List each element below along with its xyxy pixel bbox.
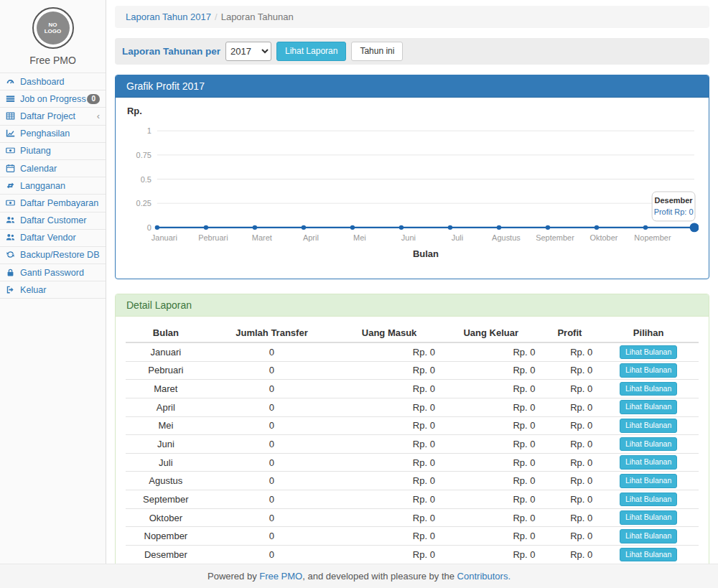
lock-icon: [6, 268, 17, 278]
table-row: Agustus0Rp. 0Rp. 0Rp. 0Lihat Bulanan: [126, 472, 699, 490]
table-row: Nopember0Rp. 0Rp. 0Rp. 0Lihat Bulanan: [126, 527, 699, 546]
view-monthly-button[interactable]: Lihat Bulanan: [620, 437, 677, 452]
chart-panel-title: Grafik Profit 2017: [116, 75, 709, 98]
filter-label: Laporan Tahunan per: [122, 46, 220, 57]
view-monthly-button[interactable]: Lihat Bulanan: [620, 419, 677, 433]
view-monthly-button[interactable]: Lihat Bulanan: [620, 548, 677, 562]
view-report-button[interactable]: Lihat Laporan: [276, 42, 346, 62]
view-monthly-button[interactable]: Lihat Bulanan: [620, 474, 677, 488]
data-point[interactable]: [448, 225, 452, 230]
sidebar: NOLOGO Free PMO DashboardJob on Progress…: [0, 0, 106, 564]
data-point[interactable]: [399, 225, 404, 230]
profit-cell: Rp. 0: [541, 453, 599, 472]
data-point-highlighted[interactable]: [690, 223, 699, 232]
transfer-count-cell: 0: [206, 490, 338, 509]
data-point[interactable]: [595, 225, 599, 230]
transfer-count-cell: 0: [206, 508, 338, 527]
data-point[interactable]: [302, 225, 306, 230]
view-monthly-button[interactable]: Lihat Bulanan: [620, 455, 677, 470]
table-body: Januari0Rp. 0Rp. 0Rp. 0Lihat BulananPebr…: [126, 342, 699, 581]
data-point[interactable]: [253, 225, 257, 230]
sidebar-item-calendar[interactable]: Calendar: [0, 160, 106, 177]
sidebar-item-label: Daftar Pembayaran: [20, 198, 100, 208]
money-in-cell: Rp. 0: [337, 342, 441, 361]
breadcrumb-link[interactable]: Laporan Tahun 2017: [126, 11, 211, 22]
logo-badge-icon: NOLOGO: [32, 7, 74, 49]
this-year-button[interactable]: Tahun ini: [351, 42, 403, 62]
money-out-cell: Rp. 0: [441, 490, 541, 509]
column-header-profit: Profit: [541, 324, 599, 342]
report-table: BulanJumlah TransferUang MasukUang Kelua…: [126, 324, 699, 581]
month-cell: Januari: [126, 342, 206, 361]
year-select[interactable]: 2017: [225, 42, 271, 61]
table-row: Juni0Rp. 0Rp. 0Rp. 0Lihat Bulanan: [126, 435, 699, 454]
profit-cell: Rp. 0: [541, 380, 599, 398]
breadcrumb-separator: /: [215, 11, 218, 22]
sidebar-item-label: Job on Progress: [20, 94, 87, 104]
action-cell: Lihat Bulanan: [598, 490, 699, 509]
money-in-cell: Rp. 0: [337, 361, 441, 380]
sidebar-item-langganan[interactable]: Langganan: [0, 177, 106, 195]
sidebar-item-job-on-progress[interactable]: Job on Progress0: [0, 90, 106, 108]
sidebar-item-dashboard[interactable]: Dashboard: [0, 73, 106, 90]
month-cell: Juni: [126, 435, 206, 454]
x-tick-label: Agustus: [492, 233, 521, 242]
y-tick-label: 1: [147, 126, 151, 135]
sidebar-item-daftar-project[interactable]: Daftar Project‹: [0, 108, 106, 125]
action-cell: Lihat Bulanan: [598, 527, 699, 546]
x-tick-label: Nopember: [634, 233, 671, 242]
transfer-count-cell: 0: [206, 361, 338, 380]
y-axis-title: Rp.: [127, 106, 142, 116]
money-in-cell: Rp. 0: [337, 398, 441, 416]
action-cell: Lihat Bulanan: [598, 546, 699, 564]
sidebar-item-daftar-vendor[interactable]: Daftar Vendor: [0, 230, 106, 247]
transfer-count-cell: 0: [206, 435, 338, 454]
x-tick-label: April: [303, 233, 319, 242]
data-point[interactable]: [350, 225, 355, 230]
view-monthly-button[interactable]: Lihat Bulanan: [620, 345, 677, 360]
sidebar-item-ganti-password[interactable]: Ganti Password: [0, 264, 106, 281]
view-monthly-button[interactable]: Lihat Bulanan: [620, 529, 677, 543]
sidebar-item-backup-restore-db[interactable]: Backup/Restore DB: [0, 247, 106, 264]
table-row: September0Rp. 0Rp. 0Rp. 0Lihat Bulanan: [126, 490, 699, 509]
profit-cell: Rp. 0: [541, 435, 599, 454]
money-in-cell: Rp. 0: [337, 546, 441, 564]
money-out-cell: Rp. 0: [441, 416, 541, 435]
transfer-count-cell: 0: [206, 453, 338, 472]
chart-canvas: Rp.10.750.50.250JanuariPebruariMaretApri…: [126, 105, 699, 271]
table-row: Mei0Rp. 0Rp. 0Rp. 0Lihat Bulanan: [126, 416, 699, 435]
money-in-cell: Rp. 0: [337, 472, 441, 490]
view-monthly-button[interactable]: Lihat Bulanan: [620, 363, 677, 378]
sidebar-item-daftar-customer[interactable]: Daftar Customer: [0, 213, 106, 230]
sidebar-item-label: Penghasilan: [20, 129, 100, 139]
view-monthly-button[interactable]: Lihat Bulanan: [620, 382, 677, 396]
profit-cell: Rp. 0: [541, 546, 599, 564]
data-point[interactable]: [643, 225, 648, 230]
y-tick-label: 0.5: [141, 175, 151, 184]
sidebar-item-penghasilan[interactable]: Penghasilan: [0, 126, 106, 143]
footer-text-middle: , and developed with pleasure by the: [302, 571, 457, 582]
money-out-cell: Rp. 0: [441, 342, 541, 361]
view-monthly-button[interactable]: Lihat Bulanan: [620, 510, 677, 525]
transfer-count-cell: 0: [206, 527, 338, 546]
x-tick-label: Maret: [252, 233, 272, 242]
footer-link-freepmo[interactable]: Free PMO: [259, 571, 302, 582]
transfer-count-cell: 0: [206, 546, 338, 564]
footer-link-contributors[interactable]: Contributors.: [457, 571, 510, 582]
data-point[interactable]: [546, 225, 550, 230]
users-icon: [6, 233, 17, 243]
money-in-cell: Rp. 0: [337, 416, 441, 435]
table-row: April0Rp. 0Rp. 0Rp. 0Lihat Bulanan: [126, 398, 699, 416]
data-point[interactable]: [204, 225, 208, 230]
money-out-cell: Rp. 0: [441, 527, 541, 546]
sidebar-item-piutang[interactable]: Piutang: [0, 143, 106, 160]
view-monthly-button[interactable]: Lihat Bulanan: [620, 400, 677, 414]
x-tick-label: Juni: [401, 233, 416, 242]
data-point[interactable]: [497, 225, 501, 230]
month-cell: April: [126, 398, 206, 416]
data-point[interactable]: [155, 225, 159, 230]
sidebar-item-daftar-pembayaran[interactable]: Daftar Pembayaran: [0, 195, 106, 212]
profit-cell: Rp. 0: [541, 361, 599, 380]
view-monthly-button[interactable]: Lihat Bulanan: [620, 493, 677, 507]
sidebar-item-keluar[interactable]: Keluar: [0, 281, 106, 299]
